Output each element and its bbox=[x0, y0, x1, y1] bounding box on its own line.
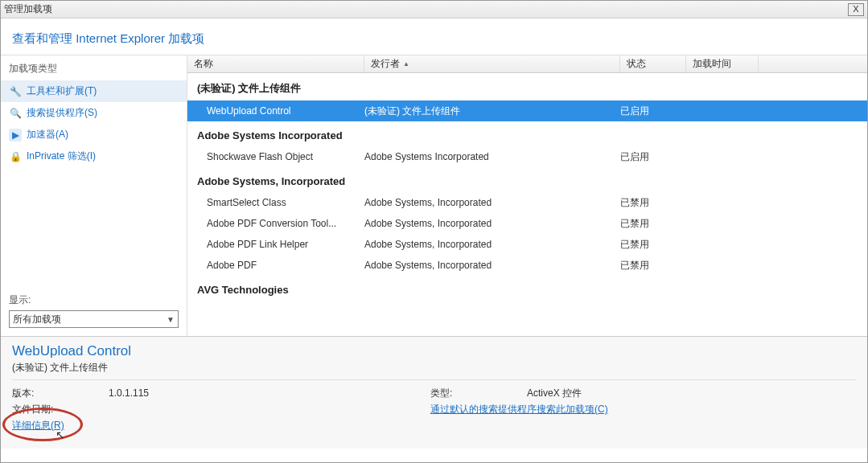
main-area: 加载项类型 🔧 工具栏和扩展(T) 🔍 搜索提供程序(S) ▶ 加速器(A) 🔒… bbox=[1, 55, 867, 336]
details-left: 版本: 1.0.1.115 文件日期: 详细信息(R) ↖ bbox=[12, 385, 430, 433]
search-provider-link[interactable]: 通过默认的搜索提供程序搜索此加载项(C) bbox=[430, 403, 608, 416]
gear-icon: 🔧 bbox=[9, 85, 22, 98]
details-right: 类型: ActiveX 控件 通过默认的搜索提供程序搜索此加载项(C) bbox=[430, 385, 856, 433]
addon-list: 名称 发行者▲ 状态 加载时间 (未验证) 文件上传组件 WebUpload C… bbox=[187, 55, 867, 336]
group-header: (未验证) 文件上传组件 bbox=[187, 73, 867, 100]
sort-asc-icon: ▲ bbox=[403, 60, 409, 68]
close-button[interactable]: X bbox=[848, 3, 864, 16]
cell-name: Adobe PDF bbox=[191, 260, 364, 271]
sidebar: 加载项类型 🔧 工具栏和扩展(T) 🔍 搜索提供程序(S) ▶ 加速器(A) 🔒… bbox=[1, 55, 187, 336]
cell-status: 已禁用 bbox=[620, 259, 686, 272]
type-value: ActiveX 控件 bbox=[527, 387, 582, 400]
cell-publisher: Adobe Systems Incorporated bbox=[364, 151, 620, 162]
cell-status: 已启用 bbox=[620, 104, 686, 118]
sidebar-bottom: 显示: 所有加载项 ▼ bbox=[1, 289, 187, 336]
cell-status: 已禁用 bbox=[620, 238, 686, 252]
sidebar-item-search-providers[interactable]: 🔍 搜索提供程序(S) bbox=[1, 102, 187, 124]
table-row[interactable]: Adobe PDF Link Helper Adobe Systems, Inc… bbox=[187, 234, 867, 255]
search-icon: 🔍 bbox=[9, 107, 22, 120]
col-header-status[interactable]: 状态 bbox=[620, 55, 686, 72]
group-header: AVG Technologies bbox=[187, 276, 867, 301]
cell-status: 已启用 bbox=[620, 150, 686, 164]
header-heading: 查看和管理 Internet Explorer 加载项 bbox=[12, 31, 204, 45]
cell-name: WebUpload Control bbox=[191, 105, 364, 117]
cell-name: Adobe PDF Link Helper bbox=[191, 239, 364, 250]
cell-publisher: Adobe Systems, Incorporated bbox=[364, 260, 620, 271]
file-date-label: 文件日期: bbox=[12, 403, 109, 416]
details-title: WebUpload Control bbox=[12, 343, 856, 359]
cell-publisher: (未验证) 文件上传组件 bbox=[364, 104, 620, 118]
col-header-loadtime[interactable]: 加载时间 bbox=[686, 55, 759, 72]
addon-type-label: 加载项类型 bbox=[1, 55, 187, 80]
sidebar-item-accelerators[interactable]: ▶ 加速器(A) bbox=[1, 124, 187, 145]
table-row[interactable]: Adobe PDF Conversion Tool... Adobe Syste… bbox=[187, 213, 867, 234]
sidebar-item-label: 工具栏和扩展(T) bbox=[27, 84, 97, 98]
type-label: 类型: bbox=[430, 387, 527, 400]
sidebar-item-label: InPrivate 筛选(I) bbox=[27, 150, 96, 163]
table-row[interactable]: Adobe PDF Adobe Systems, Incorporated 已禁… bbox=[187, 255, 867, 276]
group-header: Adobe Systems Incorporated bbox=[187, 121, 867, 146]
lock-icon: 🔒 bbox=[9, 150, 22, 163]
more-info-link[interactable]: 详细信息(R) bbox=[12, 420, 64, 431]
table-row[interactable]: SmartSelect Class Adobe Systems, Incorpo… bbox=[187, 192, 867, 213]
show-label: 显示: bbox=[9, 293, 179, 307]
accelerator-icon: ▶ bbox=[9, 129, 22, 141]
sidebar-item-label: 加速器(A) bbox=[27, 128, 68, 141]
version-value: 1.0.1.115 bbox=[109, 387, 149, 399]
cell-name: SmartSelect Class bbox=[191, 197, 364, 208]
sidebar-item-toolbars[interactable]: 🔧 工具栏和扩展(T) bbox=[1, 80, 187, 102]
chevron-down-icon: ▼ bbox=[167, 315, 175, 324]
details-subtitle: (未验证) 文件上传组件 bbox=[12, 361, 856, 380]
details-body: 版本: 1.0.1.115 文件日期: 详细信息(R) ↖ 类型: Active… bbox=[12, 385, 856, 433]
cell-status: 已禁用 bbox=[620, 196, 686, 210]
cell-status: 已禁用 bbox=[620, 217, 686, 231]
details-pane: WebUpload Control (未验证) 文件上传组件 版本: 1.0.1… bbox=[1, 336, 867, 449]
window-title: 管理加载项 bbox=[4, 2, 848, 16]
col-header-publisher[interactable]: 发行者▲ bbox=[364, 55, 620, 72]
cell-name: Shockwave Flash Object bbox=[191, 151, 364, 162]
col-header-name[interactable]: 名称 bbox=[187, 55, 364, 72]
cell-publisher: Adobe Systems, Incorporated bbox=[364, 218, 620, 229]
version-label: 版本: bbox=[12, 387, 109, 400]
group-header: Adobe Systems, Incorporated bbox=[187, 167, 867, 192]
cell-name: Adobe PDF Conversion Tool... bbox=[191, 218, 364, 229]
sidebar-item-inprivate[interactable]: 🔒 InPrivate 筛选(I) bbox=[1, 145, 187, 167]
cell-publisher: Adobe Systems, Incorporated bbox=[364, 197, 620, 208]
dropdown-value: 所有加载项 bbox=[13, 313, 61, 326]
column-headers: 名称 发行者▲ 状态 加载时间 bbox=[187, 55, 867, 73]
sidebar-items: 🔧 工具栏和扩展(T) 🔍 搜索提供程序(S) ▶ 加速器(A) 🔒 InPri… bbox=[1, 80, 187, 289]
cell-publisher: Adobe Systems, Incorporated bbox=[364, 239, 620, 250]
sidebar-item-label: 搜索提供程序(S) bbox=[27, 106, 97, 120]
titlebar: 管理加载项 X bbox=[1, 1, 867, 18]
show-dropdown[interactable]: 所有加载项 ▼ bbox=[9, 310, 179, 328]
dialog-header: 查看和管理 Internet Explorer 加载项 bbox=[1, 18, 867, 55]
table-row[interactable]: WebUpload Control (未验证) 文件上传组件 已启用 bbox=[187, 100, 867, 121]
table-row[interactable]: Shockwave Flash Object Adobe Systems Inc… bbox=[187, 146, 867, 167]
